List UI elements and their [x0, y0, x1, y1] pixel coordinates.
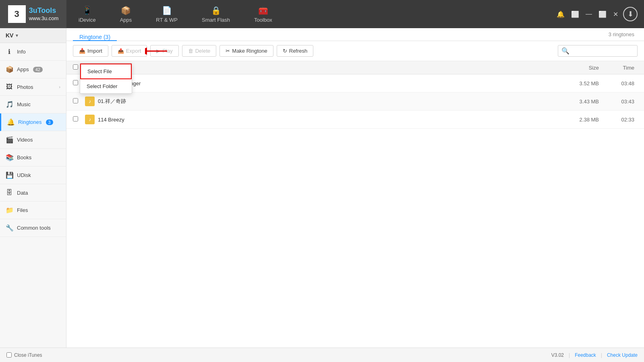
- refresh-button[interactable]: ↻ Refresh: [277, 45, 314, 57]
- music-icon: 🎵: [6, 101, 13, 108]
- row2-file-icon: ♪: [85, 97, 95, 106]
- export-button[interactable]: 📤 Export: [112, 45, 147, 57]
- device-name: KV: [6, 32, 13, 39]
- table-row[interactable]: ♪ 114 Breezy 2.38 MB 02:33: [66, 111, 644, 129]
- sidebar-item-videos-label: Videos: [17, 137, 33, 143]
- logo-box: 3: [8, 5, 26, 23]
- row3-checkbox[interactable]: [73, 116, 78, 121]
- titlebar-controls: 🔔 ⬜ — ⬜ ✕ ⬇: [555, 7, 644, 21]
- sidebar-item-udisk[interactable]: 💾 UDisk: [0, 167, 66, 184]
- dropdown-select-folder[interactable]: Select Folder: [80, 79, 132, 93]
- select-all-checkbox[interactable]: [73, 64, 78, 70]
- row2-check[interactable]: [73, 98, 85, 105]
- apps-badge: 42: [33, 67, 43, 72]
- search-box[interactable]: 🔍: [558, 45, 638, 57]
- main-layout: KV ▾ ℹ Info 📦 Apps 42 🖼 Photos › 🎵 Music…: [0, 28, 644, 348]
- sidebar-item-photos[interactable]: 🖼 Photos ›: [0, 78, 66, 96]
- videos-icon: 🎬: [6, 136, 13, 144]
- statusbar: Close iTunes V3.02 | Feedback | Check Up…: [0, 348, 644, 362]
- download-button[interactable]: ⬇: [623, 7, 638, 21]
- feedback-link[interactable]: Feedback: [575, 352, 596, 358]
- header-size: Size: [565, 65, 605, 71]
- photos-icon: 🖼: [6, 83, 13, 90]
- sidebar-item-ringtones[interactable]: 🔔 Ringtones 3: [0, 113, 66, 131]
- row2-time: 03:43: [605, 99, 638, 105]
- ringtones-badge: 3: [46, 119, 53, 125]
- delete-button[interactable]: 🗑 Delete: [182, 45, 217, 57]
- import-icon: 📥: [79, 48, 85, 54]
- files-icon: 📁: [6, 206, 13, 214]
- row2-checkbox[interactable]: [73, 98, 78, 103]
- logo-number: 3: [14, 9, 19, 19]
- bell-icon[interactable]: 🔔: [555, 9, 566, 20]
- sidebar-item-data[interactable]: 🗄 Data: [0, 184, 66, 202]
- tab-idevice[interactable]: 📱 iDevice: [66, 0, 108, 28]
- sidebar-item-files[interactable]: 📁 Files: [0, 202, 66, 219]
- books-icon: 📚: [6, 154, 13, 161]
- tab-apps[interactable]: 📦 Apps: [108, 0, 144, 28]
- dropdown-select-file[interactable]: Select File: [80, 64, 132, 79]
- close-icon[interactable]: ✕: [611, 9, 620, 20]
- sidebar-item-info[interactable]: ℹ Info: [0, 43, 66, 61]
- sidebar-item-apps-label: Apps: [17, 66, 29, 72]
- sidebar-item-commontools-label: Common tools: [17, 225, 51, 231]
- table-row[interactable]: ♪ 01.祥／奇跡 3.43 MB 03:43: [66, 93, 644, 111]
- content-area: Ringtone (3) 3 ringtones 📥 Import: [66, 28, 644, 348]
- refresh-icon: ↻: [283, 48, 287, 54]
- row1-name: ♪ Sentai Shinkenger: [85, 78, 565, 88]
- tab-toolbox-label: Toolbox: [254, 17, 272, 23]
- tab-rtwp[interactable]: 📄 RT & WP: [144, 0, 190, 28]
- row3-file-icon: ♪: [85, 115, 95, 124]
- row3-size: 2.38 MB: [565, 117, 605, 123]
- commontools-icon: 🔧: [6, 224, 13, 232]
- info-icon: ℹ: [6, 48, 13, 56]
- search-input[interactable]: [569, 48, 634, 54]
- content-header: Ringtone (3) 3 ringtones: [66, 28, 644, 41]
- row3-name-label: 114 Breezy: [98, 117, 124, 123]
- logo-area: 3 3uTools www.3u.com: [0, 0, 66, 28]
- tab-smartflash[interactable]: 🔒 Smart Flash: [190, 0, 242, 28]
- row1-checkbox[interactable]: [73, 80, 78, 85]
- apps-icon: 📦: [6, 66, 13, 73]
- ringtone-tab[interactable]: Ringtone (3): [73, 29, 117, 41]
- play-icon: ▶: [156, 48, 160, 54]
- restore-icon[interactable]: ⬜: [569, 9, 581, 20]
- device-selector[interactable]: KV ▾: [0, 28, 66, 43]
- maximize-icon[interactable]: ⬜: [597, 9, 608, 20]
- search-icon: 🔍: [561, 47, 569, 55]
- import-dropdown: Select File Select Folder: [80, 63, 132, 94]
- check-update-link[interactable]: Check Update: [607, 352, 638, 358]
- sidebar-item-commontools[interactable]: 🔧 Common tools: [0, 219, 66, 237]
- play-button[interactable]: ▶ Play: [150, 45, 178, 57]
- close-itunes-label: Close iTunes: [14, 352, 42, 358]
- titlebar: 3 3uTools www.3u.com 📱 iDevice 📦 Apps 📄 …: [0, 0, 644, 28]
- sidebar: KV ▾ ℹ Info 📦 Apps 42 🖼 Photos › 🎵 Music…: [0, 28, 66, 348]
- tab-toolbox[interactable]: 🧰 Toolbox: [242, 0, 284, 28]
- sidebar-item-videos[interactable]: 🎬 Videos: [0, 131, 66, 149]
- tab-apps-label: Apps: [120, 17, 132, 23]
- logo-text: 3uTools www.3u.com: [29, 6, 59, 22]
- brand-name: 3uTools: [29, 6, 59, 15]
- tab-idevice-label: iDevice: [79, 17, 96, 23]
- import-label: Import: [87, 48, 102, 54]
- sidebar-item-music[interactable]: 🎵 Music: [0, 96, 66, 113]
- make-ringtone-button[interactable]: ✂ Make Ringtone: [219, 45, 273, 57]
- import-button[interactable]: 📥 Import Select File Select Folder: [73, 45, 108, 57]
- make-ringtone-icon: ✂: [226, 48, 230, 54]
- udisk-icon: 💾: [6, 171, 13, 179]
- minimize-icon[interactable]: —: [584, 9, 594, 19]
- table-header: Name ▲ Size Time: [66, 61, 644, 74]
- header-name: Name ▲: [85, 65, 565, 71]
- sidebar-item-udisk-label: UDisk: [17, 172, 31, 178]
- sidebar-item-apps[interactable]: 📦 Apps 42: [0, 61, 66, 78]
- close-itunes-checkbox[interactable]: [6, 352, 12, 358]
- sidebar-item-data-label: Data: [17, 190, 28, 196]
- delete-icon: 🗑: [188, 48, 193, 54]
- sidebar-item-books[interactable]: 📚 Books: [0, 149, 66, 167]
- photos-arrow-icon: ›: [59, 84, 60, 89]
- row1-size: 3.52 MB: [565, 80, 605, 86]
- row3-check[interactable]: [73, 116, 85, 123]
- sidebar-item-info-label: Info: [17, 49, 26, 55]
- toolbox-icon: 🧰: [258, 6, 268, 15]
- table-row[interactable]: ♪ Sentai Shinkenger 3.52 MB 03:48: [66, 74, 644, 93]
